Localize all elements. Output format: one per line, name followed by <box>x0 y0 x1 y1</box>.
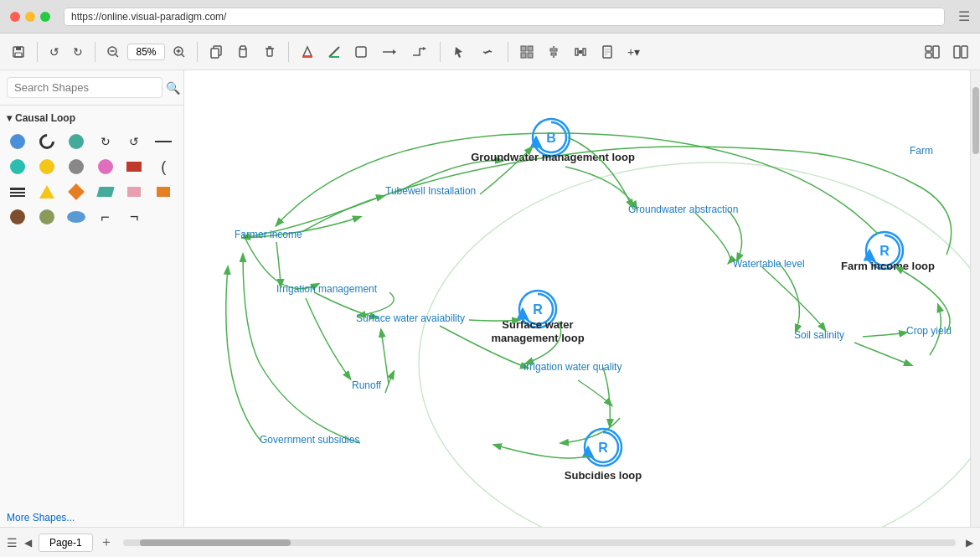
zoom-out-button[interactable] <box>102 43 124 61</box>
shapes-grid-row4: ⌐ ¬ <box>7 206 177 228</box>
svg-text:R: R <box>533 302 543 317</box>
shape-rect-pink[interactable] <box>123 181 145 203</box>
shape-refresh-cw[interactable]: ↻ <box>95 131 116 152</box>
svg-rect-42 <box>962 46 967 58</box>
add-page-button[interactable]: ＋ <box>100 534 113 551</box>
more-shapes-button[interactable]: More Shapes... <box>0 508 183 527</box>
hamburger-menu[interactable]: ☰ <box>958 8 970 24</box>
shape-rect-orange[interactable] <box>152 181 174 203</box>
fill-color-button[interactable] <box>296 42 319 62</box>
svg-text:Surface water avaiability: Surface water avaiability <box>356 312 465 324</box>
svg-text:R: R <box>879 244 890 258</box>
svg-text:Irrigation management: Irrigation management <box>276 283 378 295</box>
page-tab[interactable]: Page-1 <box>39 534 93 552</box>
shape-bracket-l[interactable]: ⌐ <box>95 206 116 228</box>
pointer-button[interactable] <box>447 42 471 62</box>
link-button[interactable] <box>474 42 501 62</box>
shape-circle-teal[interactable] <box>7 156 28 178</box>
shape-circle-gray[interactable] <box>65 156 87 178</box>
canvas-area[interactable]: B R R R <box>184 70 980 527</box>
svg-line-18 <box>329 47 339 57</box>
traffic-lights <box>10 12 50 22</box>
separator <box>37 42 38 62</box>
shapes-section: ▾ Causal Loop ↻ ↺ ( <box>0 106 183 508</box>
collapse-icon[interactable]: ▾ <box>7 112 12 124</box>
page-scroll-bar[interactable] <box>123 539 956 546</box>
shape-circle-olive[interactable] <box>36 206 58 228</box>
shape-button[interactable] <box>349 42 373 62</box>
svg-text:Farmer income: Farmer income <box>235 229 302 240</box>
zoom-in-button[interactable] <box>168 43 190 61</box>
line-color-button[interactable] <box>322 42 346 62</box>
shape-circle-yellow[interactable] <box>36 156 58 178</box>
title-bar: https://online.visual-paradigm.com/ ☰ <box>0 0 980 34</box>
svg-text:Tubewell Installation: Tubewell Installation <box>385 185 476 197</box>
page-setup-button[interactable] <box>596 42 619 62</box>
section-title: ▾ Causal Loop <box>7 112 177 124</box>
more-options-button[interactable]: +▾ <box>622 42 645 62</box>
distribute-button[interactable] <box>569 42 592 62</box>
shape-triangle-yellow[interactable] <box>36 181 58 203</box>
zoom-input[interactable] <box>127 44 165 60</box>
shape-circle-blue[interactable] <box>7 131 28 152</box>
shape-bracket-r[interactable]: ¬ <box>123 206 145 228</box>
shape-parallelogram[interactable] <box>95 181 116 203</box>
page-menu-button[interactable]: ☰ <box>7 536 18 549</box>
shape-circle-pink[interactable] <box>95 156 116 178</box>
maximize-button[interactable] <box>40 12 50 22</box>
delete-button[interactable] <box>258 42 281 62</box>
bottom-bar: ☰ ◀ Page-1 ＋ ▶ <box>0 527 980 557</box>
svg-rect-24 <box>521 46 526 51</box>
svg-text:Farm: Farm <box>910 145 933 157</box>
fit-page-button[interactable] <box>920 42 945 62</box>
shape-line[interactable] <box>152 131 174 152</box>
svg-text:Runoff: Runoff <box>352 379 382 391</box>
layout-button[interactable] <box>515 42 539 62</box>
shape-diamond-orange[interactable] <box>65 181 87 203</box>
copy-button[interactable] <box>204 42 228 62</box>
svg-rect-39 <box>933 46 939 58</box>
page-scroll-thumb[interactable] <box>140 539 291 546</box>
shape-extra[interactable] <box>152 206 174 228</box>
minimize-button[interactable] <box>25 12 35 22</box>
shape-refresh-ccw[interactable]: ↺ <box>123 131 145 152</box>
svg-text:Groundwater abstraction: Groundwater abstraction <box>628 204 738 215</box>
svg-rect-31 <box>575 49 578 55</box>
align-button[interactable] <box>542 42 565 62</box>
shape-arc[interactable] <box>36 131 58 152</box>
svg-text:Soil salinity: Soil salinity <box>794 329 844 341</box>
undo-button[interactable]: ↺ <box>44 42 64 62</box>
scroll-pages-left[interactable]: ◀ <box>24 537 32 549</box>
shape-oval-blue[interactable] <box>65 206 87 228</box>
shape-lines[interactable] <box>7 181 28 203</box>
svg-rect-11 <box>211 49 219 58</box>
elbow-connector-button[interactable] <box>406 42 433 62</box>
svg-rect-32 <box>583 49 585 55</box>
svg-rect-26 <box>521 53 526 58</box>
svg-rect-27 <box>528 53 533 58</box>
save-button[interactable] <box>7 42 30 62</box>
svg-rect-30 <box>551 53 556 55</box>
split-view-button[interactable] <box>948 42 973 62</box>
svg-rect-20 <box>356 47 366 57</box>
shapes-grid-row1: ↻ ↺ <box>7 131 177 152</box>
address-bar[interactable]: https://online.visual-paradigm.com/ <box>64 8 945 26</box>
vertical-scrollbar[interactable] <box>970 70 980 527</box>
shape-circle-green[interactable] <box>65 131 87 152</box>
redo-button[interactable]: ↻ <box>68 42 88 62</box>
search-input[interactable] <box>7 77 162 98</box>
search-button[interactable]: 🔍 <box>166 81 180 95</box>
svg-rect-1 <box>16 47 21 50</box>
scroll-pages-right[interactable]: ▶ <box>966 537 973 549</box>
shapes-grid-row2: ( <box>7 156 177 178</box>
connector-button[interactable] <box>376 42 403 62</box>
svg-rect-17 <box>302 56 312 58</box>
paste-button[interactable] <box>231 42 255 62</box>
shape-rect-red[interactable] <box>123 156 145 178</box>
search-bar: 🔍 ⋮ <box>0 70 183 106</box>
shape-curve[interactable]: ( <box>152 156 174 178</box>
shape-circle-brown[interactable] <box>7 206 28 228</box>
svg-rect-13 <box>240 46 245 49</box>
close-button[interactable] <box>10 12 20 22</box>
vertical-scroll-thumb[interactable] <box>972 87 979 154</box>
